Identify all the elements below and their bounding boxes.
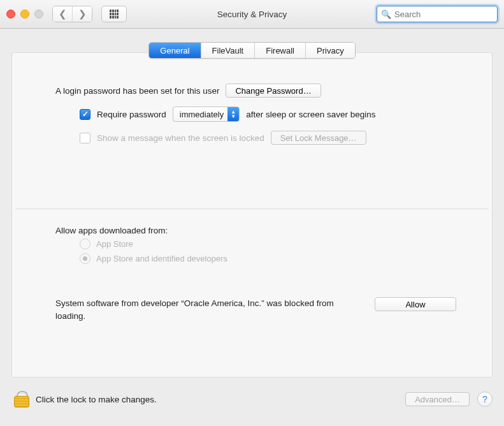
require-password-checkbox[interactable] <box>80 109 90 120</box>
grid-icon <box>110 10 119 18</box>
login-section: A login password has been set for this u… <box>12 53 492 145</box>
require-password-delay-value: immediately <box>180 110 227 119</box>
change-password-button[interactable]: Change Password… <box>226 84 320 98</box>
search-field[interactable]: 🔍 <box>377 6 498 22</box>
forward-button[interactable]: ❯ <box>72 6 92 22</box>
zoom-window-button[interactable] <box>34 10 43 18</box>
traffic-lights <box>6 10 43 18</box>
advanced-button[interactable]: Advanced… <box>405 392 470 406</box>
tab-firewall[interactable]: Firewall <box>254 43 305 58</box>
radio-identified-developers-label: App Store and identified developers <box>96 254 227 263</box>
search-icon: 🔍 <box>381 10 391 19</box>
blocked-software-row: System software from developer “Oracle A… <box>55 297 456 323</box>
allow-apps-heading: Allow apps downloaded from: <box>55 226 456 235</box>
require-password-suffix: after sleep or screen saver begins <box>246 110 375 119</box>
footer: Click the lock to make changes. Advanced… <box>0 380 504 426</box>
radio-app-store <box>80 239 90 249</box>
search-input[interactable] <box>393 9 503 20</box>
close-window-button[interactable] <box>6 10 15 18</box>
tab-general[interactable]: General <box>149 43 200 58</box>
help-button[interactable]: ? <box>477 392 493 407</box>
lock-text: Click the lock to make changes. <box>36 395 157 404</box>
back-button[interactable]: ❮ <box>53 6 72 22</box>
set-lock-message-button: Set Lock Message… <box>271 131 366 145</box>
titlebar: ❮ ❯ Security & Privacy 🔍 <box>0 0 504 29</box>
show-all-button[interactable] <box>101 6 127 22</box>
content-pane: A login password has been set for this u… <box>11 52 493 378</box>
require-password-label: Require password <box>97 110 166 119</box>
stepper-icon: ▲▼ <box>227 107 239 121</box>
tab-filevault[interactable]: FileVault <box>201 43 255 58</box>
nav-buttons: ❮ ❯ <box>52 6 92 22</box>
allow-button[interactable]: Allow <box>375 297 456 311</box>
gatekeeper-section: Allow apps downloaded from: App Store Ap… <box>12 209 492 323</box>
password-set-text: A login password has been set for this u… <box>55 86 219 96</box>
blocked-software-text: System software from developer “Oracle A… <box>55 297 361 323</box>
show-message-checkbox[interactable] <box>80 133 90 143</box>
tab-bar: General FileVault Firewall Privacy <box>0 42 504 59</box>
minimize-window-button[interactable] <box>20 10 29 18</box>
radio-app-store-label: App Store <box>96 239 133 249</box>
lock-icon[interactable] <box>14 391 28 408</box>
radio-identified-developers <box>80 253 90 264</box>
show-message-label: Show a message when the screen is locked <box>97 133 264 143</box>
require-password-delay-select[interactable]: immediately ▲▼ <box>173 106 240 122</box>
tab-privacy[interactable]: Privacy <box>305 43 355 58</box>
